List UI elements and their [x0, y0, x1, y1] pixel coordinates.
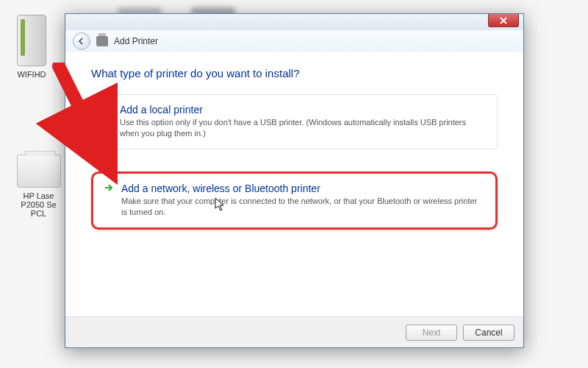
option-local-printer[interactable]: Add a local printer Use this option only… [91, 94, 498, 149]
wizard-content: What type of printer do you want to inst… [65, 52, 523, 266]
option-title: Add a network, wireless or Bluetooth pri… [121, 183, 485, 194]
wizard-question: What type of printer do you want to inst… [91, 67, 498, 79]
next-button[interactable]: Next [406, 325, 457, 341]
printer-icon [96, 36, 108, 46]
back-arrow-icon [77, 37, 86, 46]
option-body: Add a local printer Use this option only… [120, 104, 487, 140]
back-button[interactable] [73, 32, 90, 50]
desktop-icon-label: HP Lase P2050 Se PCL [11, 191, 66, 218]
usb-drive-icon [17, 15, 46, 66]
close-icon [500, 17, 507, 24]
option-network-printer[interactable]: Add a network, wireless or Bluetooth pri… [91, 171, 498, 230]
desktop-icon-hp-printer[interactable]: HP Lase P2050 Se PCL [11, 155, 66, 218]
option-body: Add a network, wireless or Bluetooth pri… [121, 183, 485, 219]
desktop-icon-label: WIFIHD [6, 70, 57, 79]
option-title: Add a local printer [120, 104, 487, 116]
wizard-header: Add Printer [65, 30, 523, 52]
arrow-right-icon [104, 183, 114, 219]
window-titlebar[interactable] [65, 14, 523, 30]
add-printer-wizard-window: Add Printer What type of printer do you … [65, 13, 524, 348]
arrow-right-icon [102, 104, 112, 140]
cancel-button[interactable]: Cancel [463, 325, 514, 341]
desktop-icon-wifihd[interactable]: WIFIHD [6, 15, 57, 79]
option-description: Use this option only if you don't have a… [120, 117, 487, 140]
wizard-title: Add Printer [114, 36, 158, 46]
wizard-footer: Next Cancel [65, 316, 523, 347]
printer-device-icon [17, 155, 61, 188]
close-button[interactable] [488, 14, 519, 27]
option-description: Make sure that your computer is connecte… [121, 196, 485, 219]
